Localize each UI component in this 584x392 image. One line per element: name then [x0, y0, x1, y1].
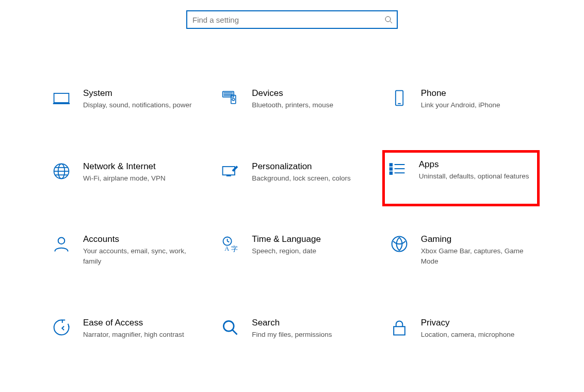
svg-point-26	[58, 238, 65, 244]
svg-rect-2	[54, 93, 69, 103]
tile-desc: Find my files, permissions	[252, 330, 364, 340]
svg-rect-21	[390, 168, 392, 170]
tile-title: Gaming	[421, 234, 533, 245]
tile-desc: Bluetooth, printers, mouse	[252, 100, 364, 110]
tile-desc: Uninstall, defaults, optional features	[419, 171, 535, 182]
tile-desc: Wi-Fi, airplane mode, VPN	[83, 173, 195, 184]
tile-desc: Speech, region, date	[252, 246, 364, 256]
tile-ease-of-access[interactable]: Ease of Access Narrator, magnifier, high…	[49, 315, 197, 342]
tile-system[interactable]: System Display, sound, notifications, po…	[49, 86, 197, 112]
tile-desc: Narrator, magnifier, high contrast	[83, 330, 195, 340]
tile-gaming[interactable]: Gaming Xbox Game Bar, captures, Game Mod…	[387, 232, 535, 268]
apps-icon	[387, 159, 408, 179]
tile-title: System	[83, 88, 195, 99]
personalization-icon	[220, 161, 240, 182]
tile-time-language[interactable]: A 字 Time & Language Speech, region, date	[218, 232, 366, 268]
svg-rect-35	[394, 326, 405, 335]
tile-accounts[interactable]: Accounts Your accounts, email, sync, wor…	[49, 232, 197, 268]
search-input[interactable]	[191, 15, 384, 25]
network-icon	[51, 161, 72, 182]
svg-text:A: A	[225, 245, 230, 252]
search-icon	[384, 15, 393, 24]
tile-title: Update & Security	[83, 390, 195, 392]
tile-apps[interactable]: Apps Uninstall, defaults, optional featu…	[382, 150, 540, 207]
tile-devices[interactable]: Devices Bluetooth, printers, mouse	[218, 86, 366, 112]
svg-point-0	[385, 17, 391, 22]
tile-title: Personalization	[252, 161, 364, 172]
tile-title: Phone	[421, 88, 533, 99]
tile-desc: Background, lock screen, colors	[252, 173, 364, 184]
ease-of-access-icon	[51, 317, 72, 338]
tile-title: Search	[252, 317, 364, 329]
privacy-icon	[389, 317, 410, 338]
svg-text:字: 字	[231, 246, 238, 253]
search-tile-icon	[220, 317, 240, 338]
tile-title: Privacy	[421, 317, 533, 329]
accounts-icon	[51, 234, 72, 254]
time-language-icon: A 字	[220, 234, 240, 254]
gaming-icon	[389, 234, 410, 254]
tile-search[interactable]: Search Find my files, permissions	[218, 315, 366, 342]
search-box[interactable]	[186, 10, 398, 29]
tile-network[interactable]: Network & Internet Wi-Fi, airplane mode,…	[49, 159, 197, 186]
tile-phone[interactable]: Phone Link your Android, iPhone	[387, 86, 535, 112]
update-security-icon	[51, 390, 72, 392]
phone-icon	[389, 88, 410, 108]
tile-title: Apps	[419, 159, 535, 170]
tile-title: Network & Internet	[83, 161, 195, 172]
svg-line-29	[228, 241, 230, 242]
tile-desc: Your accounts, email, sync, work, family	[83, 246, 195, 266]
tile-title: Ease of Access	[83, 317, 195, 329]
svg-point-9	[232, 98, 235, 101]
tile-personalization[interactable]: Personalization Background, lock screen,…	[218, 159, 366, 186]
tile-title: Accounts	[83, 234, 195, 245]
tile-title: Time & Language	[252, 234, 364, 245]
tile-privacy[interactable]: Privacy Location, camera, microphone	[387, 315, 535, 342]
svg-rect-22	[390, 172, 392, 174]
tile-desc: Location, camera, microphone	[421, 330, 533, 340]
settings-grid: System Display, sound, notifications, po…	[0, 86, 584, 392]
svg-point-33	[224, 321, 234, 331]
svg-rect-8	[231, 95, 236, 104]
search-container	[0, 10, 584, 29]
tile-desc: Xbox Game Bar, captures, Game Mode	[421, 246, 533, 266]
svg-line-34	[233, 330, 237, 334]
svg-rect-20	[390, 164, 392, 166]
tile-title: Devices	[252, 88, 364, 99]
svg-line-1	[390, 21, 392, 23]
devices-icon	[220, 88, 240, 108]
tile-update-security[interactable]: Update & Security Windows Update, recove…	[49, 388, 197, 392]
tile-desc: Link your Android, iPhone	[421, 100, 533, 110]
system-icon	[51, 88, 72, 108]
tile-desc: Display, sound, notifications, power	[83, 100, 195, 110]
